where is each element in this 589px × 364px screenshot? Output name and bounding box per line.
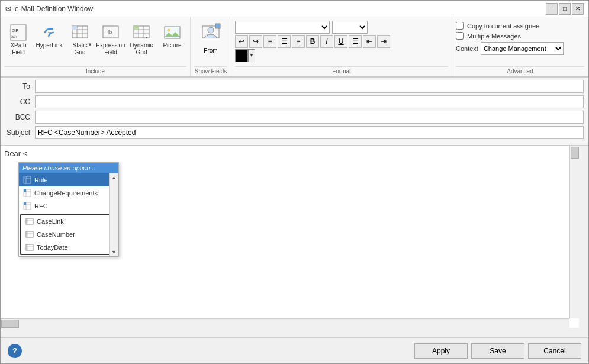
dropdown-item-caselink[interactable]: CaseLink — [21, 215, 116, 228]
title-controls: – □ ✕ — [546, 3, 584, 15]
dropdown-item-casenumber[interactable]: CaseNumber — [21, 228, 116, 241]
color-dropdown-arrow[interactable]: ▼ — [248, 49, 255, 62]
dropdown-item-rfc[interactable]: RFC — [19, 199, 118, 212]
scroll-up-arrow[interactable]: ▲ — [110, 173, 118, 182]
dynamic-grid-button[interactable]: DynamicGrid — [127, 21, 156, 59]
advanced-group-label: Advanced — [456, 66, 584, 76]
rfc-label: RFC — [34, 202, 48, 210]
dropdown-item-todaydate[interactable]: TodayDate — [21, 241, 116, 254]
maximize-button[interactable]: □ — [559, 3, 571, 15]
svg-rect-8 — [72, 26, 77, 30]
picture-label: Picture — [163, 42, 181, 49]
hyperlink-label: HyperLink — [36, 42, 62, 49]
email-definition-window: ✉ e-Mail Definition Window – □ ✕ XP — [0, 0, 589, 364]
field-dropdown[interactable]: Please chose an option... — [18, 162, 119, 257]
save-button[interactable]: Save — [471, 343, 524, 359]
dropdown-item-changerequirements[interactable]: ChangeRequirements — [19, 186, 118, 199]
rule-label: Rule — [34, 176, 48, 183]
body-text: Dear < Please chose an option... — [4, 149, 575, 158]
caselink-icon — [25, 217, 34, 226]
scroll-down-arrow[interactable]: ▼ — [110, 248, 118, 256]
dynamic-grid-label: DynamicGrid — [130, 42, 153, 56]
color-picker[interactable]: ▼ — [235, 49, 255, 62]
svg-rect-43 — [26, 244, 33, 250]
dropdown-scrollbar: ▲ ▼ — [109, 173, 118, 256]
align-center-button[interactable]: ☰ — [278, 35, 291, 48]
ribbon-group-include: XP ath XPathField — [1, 17, 191, 76]
redo-button[interactable]: ↪ — [249, 35, 262, 48]
subject-input[interactable] — [35, 126, 584, 139]
multiple-messages-row: Multiple Messages — [456, 32, 584, 40]
svg-rect-40 — [26, 231, 33, 237]
hyperlink-icon — [40, 23, 59, 42]
todaydate-label: TodayDate — [37, 244, 68, 251]
email-body-area[interactable]: Dear < Please chose an option... — [1, 146, 588, 337]
close-button[interactable]: ✕ — [572, 3, 584, 15]
font-select[interactable] — [235, 21, 330, 34]
svg-rect-32 — [24, 189, 26, 192]
picture-button[interactable]: Picture — [158, 21, 186, 51]
svg-point-18 — [168, 29, 170, 32]
rule-icon — [22, 175, 32, 185]
ribbon-group-format: ↩ ↪ ≡ ☰ ≡ B I U ☰ ⇤ ⇥ — [231, 17, 452, 76]
svg-text:ath: ath — [11, 34, 17, 38]
expression-label: ExpressionField — [96, 42, 125, 56]
dropdown-item-rule[interactable]: Rule — [19, 173, 118, 186]
xpath-field-button[interactable]: XP ath XPathField — [4, 21, 33, 59]
font-size-select[interactable] — [332, 21, 368, 34]
context-row: Context Change Management — [456, 42, 584, 55]
footer-left: ? — [8, 344, 411, 358]
window-title: e-Mail Definition Window — [15, 5, 93, 13]
copy-to-assignee-row: Copy to current assignee — [456, 22, 584, 30]
window-icon: ✉ — [5, 5, 11, 13]
vertical-scrollbar[interactable] — [569, 146, 579, 318]
help-button[interactable]: ? — [8, 344, 22, 358]
svg-rect-28 — [24, 176, 26, 179]
changerequirements-icon — [22, 188, 32, 198]
indent-button[interactable]: ⇥ — [377, 35, 390, 48]
multiple-messages-checkbox[interactable] — [456, 32, 464, 40]
to-input[interactable] — [35, 80, 584, 93]
scroll-thumb-vertical[interactable] — [571, 147, 579, 159]
xpath-label: XPathField — [10, 42, 26, 56]
list-button[interactable]: ☰ — [349, 35, 362, 48]
format-group-label: Format — [235, 66, 448, 76]
horizontal-scrollbar[interactable] — [1, 318, 569, 328]
casenumber-label: CaseNumber — [37, 231, 75, 238]
multiple-messages-label: Multiple Messages — [467, 33, 521, 40]
caselink-label: CaseLink — [37, 218, 64, 225]
static-grid-icon — [70, 23, 89, 42]
svg-text:XP: XP — [12, 28, 19, 33]
cc-label: CC — [5, 98, 35, 106]
bcc-label: BCC — [5, 113, 35, 121]
scroll-thumb-horizontal[interactable] — [1, 320, 19, 328]
todaydate-icon — [25, 243, 34, 252]
svg-point-20 — [208, 27, 214, 33]
context-select[interactable]: Change Management — [481, 42, 564, 55]
highlighted-items-group: CaseLink CaseNumber — [20, 214, 117, 255]
dear-text: Dear < — [4, 149, 27, 158]
from-button[interactable]: From — [194, 21, 227, 56]
undo-button[interactable]: ↩ — [235, 35, 248, 48]
apply-button[interactable]: Apply — [414, 343, 468, 359]
bold-button[interactable]: B — [306, 35, 319, 48]
outdent-button[interactable]: ⇤ — [363, 35, 376, 48]
changerequirements-label: ChangeRequirements — [34, 189, 98, 197]
expression-icon: =fx — [101, 23, 120, 42]
italic-button[interactable]: I — [320, 35, 333, 48]
cc-input[interactable] — [35, 95, 584, 108]
context-label: Context — [456, 45, 478, 52]
align-left-button[interactable]: ≡ — [263, 35, 276, 48]
minimize-button[interactable]: – — [546, 3, 558, 15]
align-right-button[interactable]: ≡ — [292, 35, 305, 48]
copy-to-assignee-label: Copy to current assignee — [467, 22, 539, 30]
bcc-input[interactable] — [35, 111, 584, 124]
expression-field-button[interactable]: =fx ExpressionField — [96, 21, 125, 59]
copy-to-assignee-checkbox[interactable] — [456, 22, 464, 30]
cancel-button[interactable]: Cancel — [528, 343, 581, 359]
underline-button[interactable]: U — [334, 35, 347, 48]
hyperlink-button[interactable]: HyperLink — [35, 21, 63, 51]
subject-label: Subject — [5, 128, 35, 137]
footer: ? Apply Save Cancel — [1, 337, 588, 363]
static-grid-button[interactable]: Static Grid ▼ — [66, 21, 94, 59]
